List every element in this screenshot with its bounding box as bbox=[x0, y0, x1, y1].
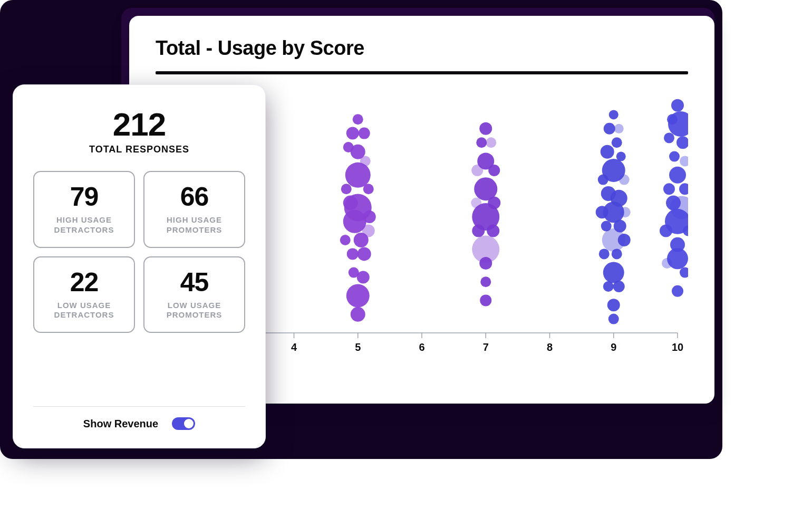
svg-text:10: 10 bbox=[672, 341, 683, 353]
svg-point-120 bbox=[680, 267, 688, 278]
kpi-grid: 79 HIGH USAGE DETRACTORS 66 HIGH USAGE P… bbox=[33, 171, 245, 333]
kpi-value: 22 bbox=[43, 269, 125, 295]
svg-point-121 bbox=[672, 285, 683, 297]
svg-point-56 bbox=[357, 247, 371, 261]
svg-point-98 bbox=[603, 281, 614, 292]
svg-point-61 bbox=[479, 122, 492, 135]
svg-point-62 bbox=[476, 137, 487, 148]
show-revenue-label: Show Revenue bbox=[83, 418, 158, 430]
svg-point-58 bbox=[357, 271, 370, 283]
kpi-low-usage-promoters: 45 LOW USAGE PROMOTERS bbox=[143, 256, 245, 333]
stats-card: 212 TOTAL RESPONSES 79 HIGH USAGE DETRAC… bbox=[13, 84, 266, 448]
svg-point-39 bbox=[353, 114, 363, 125]
svg-point-45 bbox=[345, 162, 371, 188]
svg-point-97 bbox=[603, 262, 624, 283]
kpi-label: HIGH USAGE PROMOTERS bbox=[153, 215, 236, 235]
chart-title: Total - Usage by Score bbox=[156, 37, 688, 60]
svg-point-78 bbox=[604, 123, 615, 135]
svg-point-74 bbox=[479, 257, 492, 270]
svg-point-40 bbox=[346, 127, 359, 140]
svg-point-59 bbox=[346, 284, 370, 308]
kpi-label: LOW USAGE DETRACTORS bbox=[43, 301, 125, 321]
svg-point-85 bbox=[619, 175, 630, 185]
divider bbox=[33, 406, 245, 407]
svg-point-53 bbox=[340, 235, 351, 245]
svg-point-94 bbox=[618, 234, 631, 246]
total-responses-label: TOTAL RESPONSES bbox=[33, 144, 245, 155]
svg-point-75 bbox=[480, 276, 491, 287]
svg-point-111 bbox=[679, 183, 688, 195]
svg-text:6: 6 bbox=[419, 341, 424, 353]
show-revenue-toggle[interactable] bbox=[172, 417, 195, 430]
svg-point-107 bbox=[669, 151, 680, 162]
svg-point-105 bbox=[664, 132, 674, 143]
svg-text:7: 7 bbox=[483, 341, 489, 353]
svg-point-77 bbox=[609, 110, 618, 119]
svg-point-119 bbox=[662, 258, 672, 269]
svg-point-41 bbox=[359, 128, 370, 139]
svg-point-46 bbox=[341, 184, 352, 194]
svg-point-72 bbox=[487, 224, 499, 237]
svg-point-63 bbox=[486, 137, 496, 148]
kpi-value: 45 bbox=[153, 269, 236, 295]
svg-point-65 bbox=[471, 165, 483, 176]
total-responses-block: 212 TOTAL RESPONSES bbox=[33, 108, 245, 155]
total-responses-value: 212 bbox=[33, 108, 245, 141]
svg-point-99 bbox=[613, 281, 625, 292]
svg-point-115 bbox=[660, 224, 672, 237]
svg-point-102 bbox=[671, 99, 684, 112]
svg-point-109 bbox=[669, 167, 686, 184]
kpi-value: 79 bbox=[43, 184, 125, 210]
svg-point-66 bbox=[488, 165, 500, 176]
show-revenue-row: Show Revenue bbox=[33, 417, 245, 430]
kpi-label: LOW USAGE PROMOTERS bbox=[153, 301, 236, 321]
svg-point-106 bbox=[676, 136, 688, 149]
svg-point-80 bbox=[612, 137, 622, 148]
svg-text:8: 8 bbox=[547, 341, 553, 353]
svg-text:4: 4 bbox=[291, 341, 297, 353]
svg-point-108 bbox=[680, 156, 688, 166]
svg-text:5: 5 bbox=[355, 341, 361, 353]
svg-point-96 bbox=[612, 248, 622, 259]
svg-point-90 bbox=[620, 207, 631, 217]
dashboard-stage: Total - Usage by Score 2345678910 212 TO… bbox=[0, 0, 812, 517]
svg-point-110 bbox=[663, 183, 675, 195]
svg-point-60 bbox=[351, 307, 365, 322]
svg-point-47 bbox=[363, 184, 374, 194]
svg-point-71 bbox=[472, 224, 485, 237]
kpi-high-usage-promoters: 66 HIGH USAGE PROMOTERS bbox=[143, 171, 245, 248]
svg-point-81 bbox=[601, 145, 614, 159]
svg-point-100 bbox=[607, 299, 620, 311]
svg-point-101 bbox=[608, 314, 619, 324]
svg-point-84 bbox=[598, 175, 608, 185]
svg-point-55 bbox=[347, 248, 359, 260]
svg-point-95 bbox=[599, 248, 610, 259]
chart-title-rule bbox=[156, 71, 688, 74]
svg-point-76 bbox=[480, 294, 491, 306]
kpi-low-usage-detractors: 22 LOW USAGE DETRACTORS bbox=[33, 256, 135, 333]
kpi-value: 66 bbox=[153, 184, 236, 210]
svg-text:9: 9 bbox=[611, 341, 616, 353]
kpi-high-usage-detractors: 79 HIGH USAGE DETRACTORS bbox=[33, 171, 135, 248]
kpi-label: HIGH USAGE DETRACTORS bbox=[43, 215, 125, 235]
svg-point-79 bbox=[614, 124, 624, 133]
svg-point-54 bbox=[354, 233, 369, 247]
